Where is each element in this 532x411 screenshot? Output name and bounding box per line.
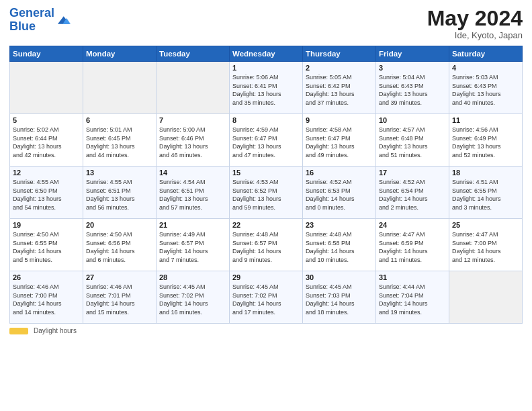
day-number: 29 <box>232 273 300 281</box>
day-number: 1 <box>232 64 300 72</box>
day-of-week-header: Monday <box>83 46 157 62</box>
day-info: Sunrise: 4:55 AM Sunset: 6:50 PM Dayligh… <box>13 178 80 212</box>
day-info: Sunrise: 4:46 AM Sunset: 7:00 PM Dayligh… <box>13 283 80 316</box>
footer: Daylight hours <box>9 327 523 334</box>
day-number: 18 <box>452 169 519 177</box>
title-block: May 2024 Ide, Kyoto, Japan <box>427 7 523 40</box>
calendar-week-row: 19Sunrise: 4:50 AM Sunset: 6:55 PM Dayli… <box>10 219 523 271</box>
calendar-cell: 21Sunrise: 4:49 AM Sunset: 6:57 PM Dayli… <box>157 219 230 271</box>
calendar-cell: 9Sunrise: 4:58 AM Sunset: 6:47 PM Daylig… <box>303 114 376 167</box>
day-number: 14 <box>159 169 226 177</box>
day-number: 7 <box>159 116 226 124</box>
calendar-cell: 8Sunrise: 4:59 AM Sunset: 6:47 PM Daylig… <box>230 114 303 167</box>
calendar-cell: 17Sunrise: 4:52 AM Sunset: 6:54 PM Dayli… <box>376 167 449 219</box>
day-number: 5 <box>13 116 80 124</box>
day-number: 11 <box>452 116 519 124</box>
calendar-cell: 26Sunrise: 4:46 AM Sunset: 7:00 PM Dayli… <box>10 271 83 324</box>
calendar-cell: 5Sunrise: 5:02 AM Sunset: 6:44 PM Daylig… <box>10 114 83 167</box>
day-info: Sunrise: 4:59 AM Sunset: 6:47 PM Dayligh… <box>232 126 300 159</box>
day-number: 2 <box>306 64 373 72</box>
logo: GeneralBlue <box>9 7 71 34</box>
day-number: 22 <box>232 221 300 229</box>
day-number: 6 <box>86 116 153 124</box>
day-info: Sunrise: 4:55 AM Sunset: 6:51 PM Dayligh… <box>86 178 153 212</box>
calendar-week-row: 26Sunrise: 4:46 AM Sunset: 7:00 PM Dayli… <box>10 271 523 324</box>
calendar-cell: 11Sunrise: 4:56 AM Sunset: 6:49 PM Dayli… <box>449 114 523 167</box>
day-number: 20 <box>86 221 153 229</box>
day-number: 16 <box>306 169 373 177</box>
day-number: 19 <box>13 221 80 229</box>
month-title: May 2024 <box>427 7 523 30</box>
day-info: Sunrise: 4:45 AM Sunset: 7:03 PM Dayligh… <box>306 283 373 316</box>
day-of-week-header: Thursday <box>303 46 376 62</box>
day-number: 9 <box>306 116 373 124</box>
day-info: Sunrise: 5:04 AM Sunset: 6:43 PM Dayligh… <box>379 73 446 107</box>
calendar-cell: 25Sunrise: 4:47 AM Sunset: 7:00 PM Dayli… <box>449 219 523 271</box>
logo-icon <box>56 13 71 28</box>
calendar-cell <box>157 62 230 114</box>
calendar-cell: 24Sunrise: 4:47 AM Sunset: 6:59 PM Dayli… <box>376 219 449 271</box>
day-number: 10 <box>379 116 446 124</box>
calendar-cell <box>10 62 83 114</box>
calendar-week-row: 12Sunrise: 4:55 AM Sunset: 6:50 PM Dayli… <box>10 167 523 219</box>
calendar-cell: 4Sunrise: 5:03 AM Sunset: 6:43 PM Daylig… <box>449 62 523 114</box>
day-number: 30 <box>306 273 373 281</box>
day-info: Sunrise: 4:48 AM Sunset: 6:58 PM Dayligh… <box>306 230 373 264</box>
day-number: 24 <box>379 221 446 229</box>
day-number: 13 <box>86 169 153 177</box>
calendar-cell: 22Sunrise: 4:48 AM Sunset: 6:57 PM Dayli… <box>230 219 303 271</box>
day-number: 17 <box>379 169 446 177</box>
day-number: 12 <box>13 169 80 177</box>
calendar-cell: 30Sunrise: 4:45 AM Sunset: 7:03 PM Dayli… <box>303 271 376 324</box>
calendar-week-row: 1Sunrise: 5:06 AM Sunset: 6:41 PM Daylig… <box>10 62 523 114</box>
calendar-cell: 23Sunrise: 4:48 AM Sunset: 6:58 PM Dayli… <box>303 219 376 271</box>
calendar-cell: 29Sunrise: 4:45 AM Sunset: 7:02 PM Dayli… <box>230 271 303 324</box>
daylight-bar-icon <box>9 328 28 334</box>
day-number: 26 <box>13 273 80 281</box>
calendar-cell: 1Sunrise: 5:06 AM Sunset: 6:41 PM Daylig… <box>230 62 303 114</box>
day-info: Sunrise: 4:52 AM Sunset: 6:54 PM Dayligh… <box>379 178 446 212</box>
day-info: Sunrise: 4:47 AM Sunset: 6:59 PM Dayligh… <box>379 230 446 264</box>
day-of-week-header: Wednesday <box>230 46 303 62</box>
day-info: Sunrise: 4:48 AM Sunset: 6:57 PM Dayligh… <box>232 230 300 264</box>
calendar-cell <box>83 62 157 114</box>
calendar-week-row: 5Sunrise: 5:02 AM Sunset: 6:44 PM Daylig… <box>10 114 523 167</box>
day-of-week-header: Sunday <box>10 46 83 62</box>
day-number: 4 <box>452 64 519 72</box>
day-info: Sunrise: 4:45 AM Sunset: 7:02 PM Dayligh… <box>232 283 300 316</box>
day-info: Sunrise: 5:03 AM Sunset: 6:43 PM Dayligh… <box>452 73 519 107</box>
day-info: Sunrise: 4:54 AM Sunset: 6:51 PM Dayligh… <box>159 178 226 212</box>
day-number: 27 <box>86 273 153 281</box>
day-info: Sunrise: 4:49 AM Sunset: 6:57 PM Dayligh… <box>159 230 226 264</box>
day-number: 31 <box>379 273 446 281</box>
day-of-week-header: Friday <box>376 46 449 62</box>
calendar-cell: 7Sunrise: 5:00 AM Sunset: 6:46 PM Daylig… <box>157 114 230 167</box>
calendar-cell: 20Sunrise: 4:50 AM Sunset: 6:56 PM Dayli… <box>83 219 157 271</box>
day-info: Sunrise: 4:47 AM Sunset: 7:00 PM Dayligh… <box>452 230 519 264</box>
calendar-cell: 6Sunrise: 5:01 AM Sunset: 6:45 PM Daylig… <box>83 114 157 167</box>
day-info: Sunrise: 4:44 AM Sunset: 7:04 PM Dayligh… <box>379 283 446 316</box>
day-info: Sunrise: 4:56 AM Sunset: 6:49 PM Dayligh… <box>452 126 519 159</box>
header: GeneralBlue May 2024 Ide, Kyoto, Japan <box>9 7 523 40</box>
calendar-cell: 12Sunrise: 4:55 AM Sunset: 6:50 PM Dayli… <box>10 167 83 219</box>
day-info: Sunrise: 5:01 AM Sunset: 6:45 PM Dayligh… <box>86 126 153 159</box>
day-number: 3 <box>379 64 446 72</box>
day-info: Sunrise: 4:53 AM Sunset: 6:52 PM Dayligh… <box>232 178 300 212</box>
day-info: Sunrise: 5:02 AM Sunset: 6:44 PM Dayligh… <box>13 126 80 159</box>
calendar-header-row: SundayMondayTuesdayWednesdayThursdayFrid… <box>10 46 523 62</box>
location: Ide, Kyoto, Japan <box>427 30 523 40</box>
calendar-cell: 18Sunrise: 4:51 AM Sunset: 6:55 PM Dayli… <box>449 167 523 219</box>
calendar-cell: 13Sunrise: 4:55 AM Sunset: 6:51 PM Dayli… <box>83 167 157 219</box>
day-of-week-header: Saturday <box>449 46 523 62</box>
day-number: 15 <box>232 169 300 177</box>
calendar-cell: 10Sunrise: 4:57 AM Sunset: 6:48 PM Dayli… <box>376 114 449 167</box>
day-info: Sunrise: 4:50 AM Sunset: 6:55 PM Dayligh… <box>13 230 80 264</box>
calendar-cell: 14Sunrise: 4:54 AM Sunset: 6:51 PM Dayli… <box>157 167 230 219</box>
day-info: Sunrise: 4:45 AM Sunset: 7:02 PM Dayligh… <box>159 283 226 316</box>
calendar-cell: 2Sunrise: 5:05 AM Sunset: 6:42 PM Daylig… <box>303 62 376 114</box>
daylight-label: Daylight hours <box>34 327 77 334</box>
calendar-cell: 27Sunrise: 4:46 AM Sunset: 7:01 PM Dayli… <box>83 271 157 324</box>
calendar-cell: 28Sunrise: 4:45 AM Sunset: 7:02 PM Dayli… <box>157 271 230 324</box>
day-number: 28 <box>159 273 226 281</box>
day-info: Sunrise: 4:57 AM Sunset: 6:48 PM Dayligh… <box>379 126 446 159</box>
